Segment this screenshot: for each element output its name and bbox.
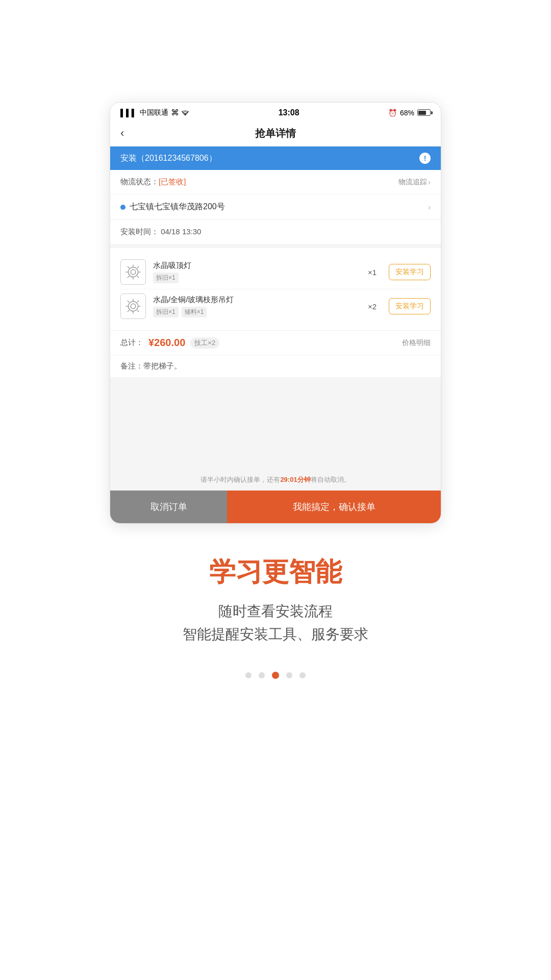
product-qty-1: ×1	[368, 268, 377, 277]
timer-after: 将自动取消。	[311, 476, 350, 483]
product-name-2: 水晶/全铜/玻璃枝形吊灯	[153, 295, 361, 305]
install-time-value: 04/18 13:30	[161, 227, 201, 236]
total-price: ¥260.00	[148, 337, 185, 349]
install-learn-btn-1[interactable]: 安装学习	[389, 264, 431, 280]
timer-row: 请半小时内确认接单，还有29:01分钟将自动取消。	[110, 469, 441, 491]
product-tag-1-0: 拆旧×1	[153, 273, 179, 283]
phone-frame: ▌▌▌ 中国联通 ⌘ 13:08 ⏰ 68%	[110, 102, 441, 524]
status-time: 13:08	[279, 108, 299, 117]
svg-line-6	[128, 266, 129, 268]
svg-line-16	[128, 301, 129, 302]
chevron-right-icon: ›	[428, 178, 431, 186]
pagination-dots	[245, 672, 306, 679]
address-dot-icon	[120, 205, 126, 210]
svg-line-18	[137, 301, 139, 302]
product-name-1: 水晶吸顶灯	[153, 261, 361, 271]
note-text: 备注：带把梯子。	[120, 361, 182, 370]
install-learn-btn-2[interactable]: 安装学习	[389, 298, 431, 314]
product-icon-1	[120, 259, 146, 285]
timer-time: 29:01分钟	[280, 476, 310, 483]
svg-point-11	[131, 304, 136, 309]
product-tags-2: 拆旧×1 辅料×1	[153, 307, 361, 317]
battery-icon	[417, 109, 431, 116]
product-tag-2-0: 拆旧×1	[153, 307, 179, 317]
status-bar: ▌▌▌ 中国联通 ⌘ 13:08 ⏰ 68%	[110, 103, 441, 120]
logistics-section: 物流状态：[已签收] 物流追踪 ›	[110, 170, 441, 194]
product-row-1: 水晶吸顶灯 拆旧×1 ×1 安装学习	[120, 255, 431, 289]
logistics-label: 物流状态：[已签收]	[120, 177, 186, 187]
bottom-section: 学习更智能 随时查看安装流程 智能提醒安装工具、服务要求	[142, 554, 409, 646]
carrier-label: 中国联通	[140, 108, 168, 117]
product-info-1: 水晶吸顶灯 拆旧×1	[153, 261, 361, 283]
bottom-btns: 取消订单 我能搞定，确认接单	[110, 491, 441, 523]
confirm-order-button[interactable]: 我能搞定，确认接单	[227, 491, 441, 523]
product-qty-2: ×2	[368, 302, 377, 311]
status-right: ⏰ 68%	[388, 109, 431, 117]
install-time-row: 安装时间： 04/18 13:30	[110, 219, 441, 244]
svg-line-17	[137, 310, 139, 312]
svg-line-8	[137, 266, 139, 268]
logistics-track-btn[interactable]: 物流追踪 ›	[398, 178, 431, 187]
price-detail-btn[interactable]: 价格明细	[402, 338, 431, 348]
signal-icon: ▌▌▌	[120, 109, 137, 117]
cancel-order-button[interactable]: 取消订单	[110, 491, 227, 523]
logistics-status-value: [已签收]	[159, 177, 186, 186]
subtitle-text: 随时查看安装流程 智能提醒安装工具、服务要求	[183, 600, 368, 646]
install-time-label: 安装时间：	[120, 227, 159, 236]
product-icon-2	[120, 293, 146, 319]
note-row: 备注：带把梯子。	[110, 355, 441, 377]
svg-point-1	[131, 270, 136, 275]
dot-0[interactable]	[245, 672, 252, 678]
battery-pct: 68%	[400, 109, 414, 117]
wifi-icon: ⌘	[171, 108, 189, 117]
logistics-row: 物流状态：[已签收] 物流追踪 ›	[120, 177, 431, 187]
dot-2[interactable]	[272, 672, 279, 679]
dot-3[interactable]	[286, 672, 292, 678]
page-wrapper: ▌▌▌ 中国联通 ⌘ 13:08 ⏰ 68%	[0, 0, 551, 980]
timer-before: 请半小时内确认接单，还有	[201, 476, 280, 483]
svg-line-9	[128, 276, 129, 278]
status-left: ▌▌▌ 中国联通 ⌘	[120, 108, 189, 117]
products-section: 水晶吸顶灯 拆旧×1 ×1 安装学习	[110, 244, 441, 330]
total-label: 总计：	[120, 338, 143, 348]
svg-point-10	[128, 301, 138, 311]
address-chevron-icon: ›	[428, 203, 431, 211]
app-header: ‹ 抢单详情	[110, 120, 441, 146]
headline-text: 学习更智能	[183, 554, 368, 590]
address-text: 七宝镇七宝镇华茂路200号	[130, 202, 428, 212]
product-row-2: 水晶/全铜/玻璃枝形吊灯 拆旧×1 辅料×1 ×2 安装学习	[120, 289, 431, 323]
back-button[interactable]: ‹	[120, 127, 124, 140]
subtitle-line1: 随时查看安装流程	[183, 600, 368, 623]
exclamation-icon: !	[419, 153, 431, 164]
total-row: 总计： ¥260.00 技工×2 价格明细	[110, 330, 441, 355]
svg-line-7	[137, 276, 139, 278]
svg-line-19	[128, 310, 129, 312]
product-tag-2-1: 辅料×1	[182, 307, 207, 317]
alarm-icon: ⏰	[388, 109, 397, 117]
order-banner-text: 安装（20161234567806）	[120, 153, 217, 164]
svg-point-0	[128, 267, 138, 277]
worker-badge: 技工×2	[190, 337, 219, 349]
subtitle-line2: 智能提醒安装工具、服务要求	[183, 623, 368, 646]
product-tags-1: 拆旧×1	[153, 273, 361, 283]
address-row[interactable]: 七宝镇七宝镇华茂路200号 ›	[110, 194, 441, 219]
dot-4[interactable]	[299, 672, 306, 678]
product-info-2: 水晶/全铜/玻璃枝形吊灯 拆旧×1 辅料×1	[153, 295, 361, 317]
dot-1[interactable]	[259, 672, 265, 678]
order-banner: 安装（20161234567806） !	[110, 146, 441, 170]
page-title: 抢单详情	[255, 127, 296, 140]
gray-area	[110, 377, 441, 469]
